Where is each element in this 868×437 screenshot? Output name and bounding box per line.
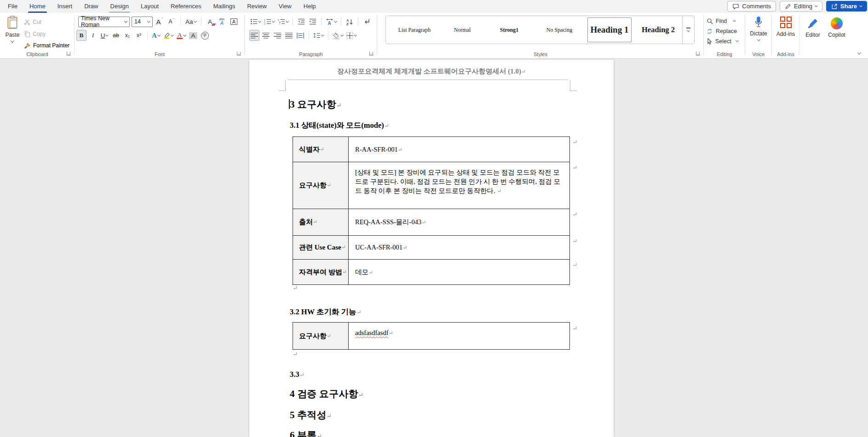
cut-button[interactable]: Cut	[24, 17, 41, 27]
heading-3-3[interactable]: 3.3↵	[290, 370, 305, 379]
heading-appendix[interactable]: 6 부록↵	[290, 429, 322, 437]
character-border-button[interactable]: A	[229, 16, 239, 27]
document-page[interactable]: 장사정포요격체계 체계개발 소프트웨어요구사항명세서 (1.0)↵ 3 요구사항…	[249, 60, 614, 437]
asian-layout-button[interactable]: A	[325, 16, 338, 27]
dictate-button[interactable]: Dictate	[745, 16, 772, 41]
heading-traceability[interactable]: 5 추적성↵	[290, 409, 332, 421]
align-center-button[interactable]	[261, 30, 271, 41]
copilot-button[interactable]: Copilot	[825, 17, 848, 38]
tab-references[interactable]: References	[165, 0, 207, 13]
align-left-button[interactable]	[249, 30, 259, 41]
font-size-combo[interactable]: 14	[132, 17, 153, 27]
font-name-combo[interactable]: Times New Roman	[78, 17, 130, 27]
find-button[interactable]: Find	[707, 16, 736, 26]
collapse-ribbon-chevron[interactable]	[857, 51, 861, 54]
borders-button[interactable]	[345, 30, 357, 41]
style-normal[interactable]: Normal	[440, 16, 484, 44]
strikethrough-button[interactable]: ab	[111, 30, 121, 41]
pencil-icon	[785, 3, 791, 10]
increase-indent-button[interactable]	[308, 16, 318, 27]
style-list-paragraph[interactable]: List Paragraph	[391, 16, 438, 44]
chevron-down-icon	[354, 33, 357, 36]
paragraph-dialog-launcher[interactable]	[369, 51, 374, 56]
replace-button[interactable]: bc Replace	[707, 26, 737, 36]
distribute-button[interactable]	[295, 30, 305, 41]
underline-button[interactable]: U	[99, 30, 109, 41]
text-fit-icon: A	[326, 18, 333, 25]
hw-table[interactable]: 요구사항↵ adsfasdfasdf↵	[293, 322, 570, 350]
select-button[interactable]: Select	[707, 36, 738, 46]
copy-button[interactable]: Copy	[24, 29, 46, 39]
group-addins: Add-ins Add-ins	[772, 13, 799, 59]
group-editor-copilot: Editor Copilot	[799, 13, 850, 59]
style-no-spacing[interactable]: No Spacing	[534, 16, 585, 44]
line-spacing-button[interactable]	[312, 30, 325, 41]
red-color-bar	[177, 38, 183, 39]
sort-button[interactable]: AZ	[345, 16, 355, 27]
comments-button[interactable]: Comments	[727, 1, 776, 11]
chevron-down-icon	[105, 33, 109, 36]
bold-button[interactable]: B	[76, 30, 86, 41]
tab-draw[interactable]: Draw	[78, 0, 104, 13]
shading-button[interactable]	[332, 30, 344, 41]
subscript-button[interactable]: x₂	[122, 30, 132, 41]
clear-formatting-button[interactable]: A	[205, 16, 215, 27]
text-effects-button[interactable]: A	[151, 30, 161, 41]
shrink-font-button[interactable]: Aˇ	[167, 16, 177, 27]
show-hide-marks-button[interactable]	[362, 16, 372, 27]
editing-mode-button[interactable]: Editing	[780, 1, 822, 11]
heading-state-mode[interactable]: 3.1 상태(state)와 모드(mode)↵	[290, 120, 389, 131]
tab-mailings[interactable]: Mailings	[207, 0, 241, 13]
phonetic-guide-button[interactable]: abcA	[217, 16, 227, 27]
tab-review[interactable]: Review	[241, 0, 273, 13]
styles-gallery-more-button[interactable]	[682, 16, 694, 44]
enclose-characters-button[interactable]: 字	[200, 30, 210, 41]
chevron-down-icon	[736, 39, 739, 42]
tab-insert[interactable]: Insert	[52, 0, 79, 13]
bullets-button[interactable]	[249, 16, 262, 27]
style-heading-1[interactable]: Heading 1	[587, 17, 632, 42]
addins-button[interactable]: Add-ins	[772, 17, 799, 37]
justify-button[interactable]	[284, 30, 294, 41]
multilevel-list-button[interactable]: 1ai	[277, 16, 289, 27]
heading-hw-init[interactable]: 3.2 HW 초기화 기능↵	[290, 307, 361, 317]
tab-design[interactable]: Design	[104, 0, 135, 13]
numbering-button[interactable]: 123	[263, 16, 276, 27]
clipboard-dialog-launcher[interactable]	[67, 51, 71, 56]
tab-layout[interactable]: Layout	[135, 0, 165, 13]
italic-button[interactable]: I	[88, 30, 98, 41]
superscript-button[interactable]: x²	[134, 30, 144, 41]
paragraph-mark: ↵	[293, 284, 298, 292]
font-color-button[interactable]: A	[176, 30, 187, 41]
change-case-button[interactable]: Aa	[184, 16, 197, 27]
decrease-indent-button[interactable]	[296, 16, 306, 27]
styles-dialog-launcher[interactable]	[696, 51, 700, 56]
format-painter-button[interactable]: Format Painter	[24, 41, 69, 50]
header-rule	[287, 79, 568, 80]
grow-font-button[interactable]: Aˆ	[155, 16, 165, 27]
align-right-button[interactable]	[272, 30, 282, 41]
heading-verification[interactable]: 4 검증 요구사항↵	[290, 387, 364, 400]
tab-view[interactable]: View	[273, 0, 298, 13]
style-strong1[interactable]: Strong1	[486, 16, 532, 44]
style-heading-2[interactable]: Heading 2	[635, 16, 681, 44]
font-dialog-launcher[interactable]	[237, 51, 241, 56]
format-painter-icon	[24, 42, 31, 49]
requirement-table[interactable]: 식별자↵ R-AA-SFR-001↵ 요구사항↵ [상태 및 모드] 본 장비에…	[293, 136, 570, 285]
svg-text:i: i	[279, 23, 280, 25]
editor-button[interactable]: Editor	[801, 17, 824, 38]
chevron-down-icon	[124, 19, 127, 23]
chevron-down-icon	[183, 33, 186, 36]
ribbon-tab-bar: File Home Insert Draw Design Layout Refe…	[0, 0, 868, 13]
tab-file[interactable]: File	[2, 0, 23, 13]
numbered-list-icon: 123	[264, 18, 271, 25]
tab-help[interactable]: Help	[298, 0, 322, 13]
tab-home[interactable]: Home	[23, 0, 52, 13]
row-end-mark: ↵	[572, 261, 577, 269]
highlight-color-button[interactable]	[162, 30, 174, 41]
character-shading-button[interactable]: A	[188, 30, 198, 41]
chevron-down-icon	[340, 33, 344, 36]
heading-requirements[interactable]: 3 요구사항↵	[290, 98, 342, 111]
paste-button[interactable]: Paste	[3, 16, 22, 56]
share-button[interactable]: Share	[826, 1, 867, 11]
